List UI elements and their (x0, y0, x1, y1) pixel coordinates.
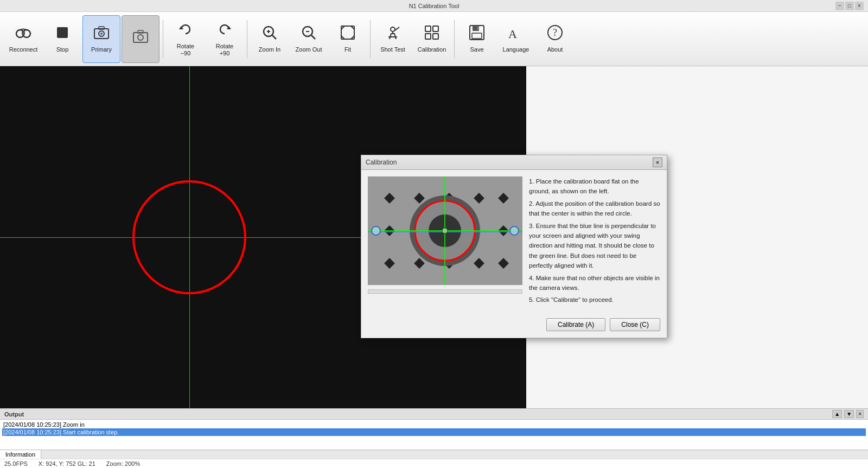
fit-icon (339, 24, 356, 44)
app-title: N1 Calibration Tool (409, 3, 459, 9)
svg-point-25 (391, 27, 395, 31)
zoom-out-button[interactable]: Zoom Out (290, 15, 328, 63)
svg-rect-10 (138, 30, 143, 33)
calibration-image (368, 176, 522, 285)
reconnect-button[interactable]: Reconnect (4, 15, 42, 63)
status-fps: 25.0FPS (4, 460, 28, 467)
svg-rect-34 (472, 33, 482, 39)
rotate-neg90-button[interactable]: Rotate−90 (167, 15, 205, 63)
instruction-1: 1. Place the calibration board flat on t… (529, 176, 660, 197)
zoom-in-label: Zoom In (259, 46, 280, 53)
output-log: [2024/01/08 10:25:23] Zoom in [2024/01/0… (0, 420, 868, 450)
calibration-dialog: Calibration × (361, 155, 667, 338)
tab-information[interactable]: Information (0, 450, 41, 459)
save-icon (468, 24, 486, 44)
rotate-pos90-button[interactable]: Rotate+90 (206, 15, 244, 63)
title-bar: N1 Calibration Tool − □ × (0, 0, 868, 12)
zoom-out-label: Zoom Out (296, 46, 322, 53)
status-bar: 25.0FPS X: 924, Y: 752 GL: 21 Zoom: 200% (0, 459, 868, 468)
svg-rect-8 (133, 33, 148, 42)
svg-point-9 (138, 35, 143, 40)
svg-point-60 (510, 226, 519, 235)
calibration-button[interactable]: Calibration (413, 15, 451, 63)
about-icon: ? (546, 24, 564, 44)
zoom-in-button[interactable]: Zoom In (251, 15, 289, 63)
output-title: Output (4, 411, 24, 418)
rotate-right-icon (216, 21, 233, 41)
svg-text:?: ? (553, 27, 557, 38)
dialog-progress (368, 289, 522, 294)
save-button[interactable]: Save (458, 15, 496, 63)
log-entry-highlighted: [2024/01/08 10:25:23] Start calibration … (2, 428, 866, 436)
rotate-neg90-label: Rotate−90 (177, 43, 194, 57)
calibration-icon (423, 24, 441, 44)
svg-point-61 (442, 228, 448, 233)
separator-4 (454, 20, 455, 58)
svg-rect-3 (57, 27, 68, 38)
fit-button[interactable]: Fit (329, 15, 367, 63)
instruction-4: 4. Make sure that no other objects are v… (529, 273, 660, 293)
svg-line-19 (311, 35, 315, 39)
shot-test-button[interactable]: Shot Test (374, 15, 412, 63)
calibration-board-svg (368, 176, 522, 285)
separator-3 (370, 20, 371, 58)
zoom-out-icon (300, 24, 317, 44)
dialog-close-button[interactable]: Close (C) (610, 318, 660, 331)
output-tabs: Information (0, 450, 868, 459)
instruction-2: 2. Adjust the position of the calibratio… (529, 199, 660, 219)
dialog-body: 1. Place the calibration board flat on t… (361, 170, 667, 314)
minimize-button[interactable]: − (835, 2, 844, 10)
secondary-icon (132, 28, 149, 48)
camera-icon (93, 24, 110, 44)
secondary-button[interactable] (122, 15, 159, 63)
language-button[interactable]: A Language (497, 15, 535, 63)
separator-2 (247, 20, 247, 58)
dialog-footer: Calibrate (A) Close (C) (361, 314, 667, 338)
log-entry: [2024/01/08 10:25:23] Zoom in (2, 421, 866, 428)
svg-rect-29 (433, 26, 438, 31)
calibration-label: Calibration (418, 46, 446, 53)
dialog-title: Calibration (366, 159, 397, 166)
shot-test-label: Shot Test (380, 46, 405, 53)
save-label: Save (470, 46, 483, 53)
dialog-instructions: 1. Place the calibration board flat on t… (529, 176, 660, 307)
output-header: Output ▲ ▼ × (0, 409, 868, 420)
svg-rect-28 (425, 26, 431, 31)
maximize-button[interactable]: □ (845, 2, 854, 10)
svg-rect-6 (99, 27, 104, 29)
instruction-3: 3. Ensure that the blue line is perpendi… (529, 221, 660, 271)
target-circle (132, 180, 246, 294)
reconnect-label: Reconnect (9, 46, 38, 53)
about-button[interactable]: ? About (536, 15, 574, 63)
svg-text:A: A (508, 27, 517, 41)
primary-button[interactable]: Primary (82, 15, 120, 63)
svg-point-7 (100, 33, 103, 35)
status-coords: X: 924, Y: 752 GL: 21 (39, 460, 95, 467)
about-label: About (547, 46, 563, 53)
language-label: Language (503, 46, 529, 53)
window-controls: − □ × (835, 2, 864, 10)
binoculars-icon (15, 24, 32, 44)
language-icon: A (507, 24, 525, 44)
output-controls: ▲ ▼ × (832, 410, 864, 418)
svg-point-59 (372, 226, 380, 235)
close-button[interactable]: × (855, 2, 864, 10)
output-scroll-up[interactable]: ▲ (832, 410, 842, 418)
toolbar: Reconnect Stop Primary (0, 12, 868, 66)
svg-line-16 (272, 35, 276, 39)
dialog-close-x-button[interactable]: × (653, 157, 662, 167)
stop-button[interactable]: Stop (43, 15, 81, 63)
svg-rect-2 (22, 31, 25, 35)
stop-label: Stop (56, 46, 69, 53)
instruction-5: 5. Click "Calibrate" to proceed. (529, 295, 660, 305)
rotate-left-icon (177, 21, 194, 41)
zoom-in-icon (261, 24, 278, 44)
output-scroll-down[interactable]: ▼ (844, 410, 854, 418)
svg-rect-31 (433, 34, 438, 39)
separator-1 (163, 20, 163, 58)
rotate-pos90-label: Rotate+90 (216, 43, 233, 57)
output-panel: Output ▲ ▼ × [2024/01/08 10:25:23] Zoom … (0, 408, 868, 468)
svg-rect-30 (425, 34, 431, 39)
calibrate-button[interactable]: Calibrate (A) (546, 318, 605, 331)
output-clear[interactable]: × (856, 410, 864, 418)
